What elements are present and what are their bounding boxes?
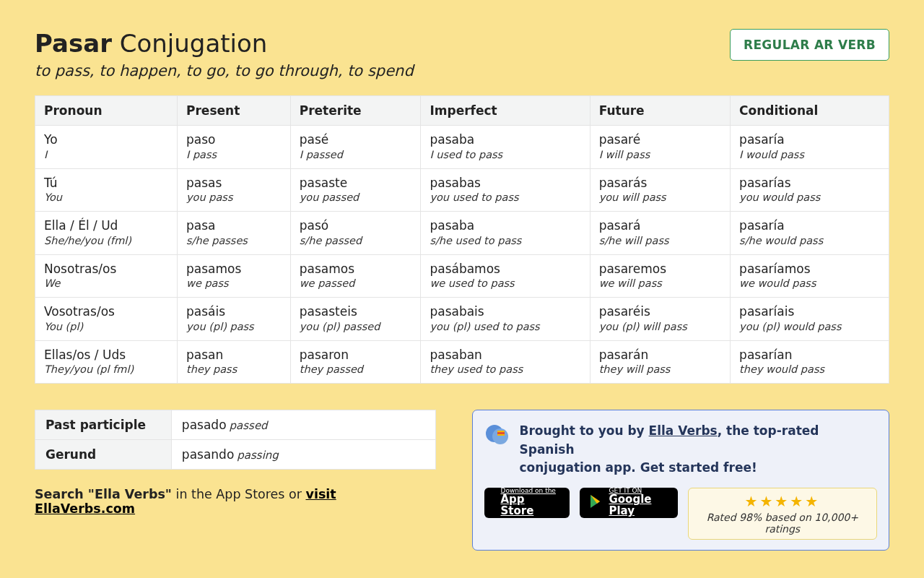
conjugation-cell: pasaréisyou (pl) will pass — [590, 298, 730, 341]
pronoun-cell: TúYou — [35, 168, 178, 212]
table-row: Vosotras/osYou (pl)pasáisyou (pl) passpa… — [35, 298, 889, 341]
conjugation-cell: pasaríaisyou (pl) would pass — [731, 298, 889, 341]
svg-rect-4 — [497, 434, 505, 436]
column-header: Imperfect — [421, 96, 590, 126]
conjugation-cell: pasanthey pass — [178, 340, 291, 384]
ella-verbs-link[interactable]: Ella Verbs — [649, 423, 718, 438]
conjugation-cell: pasarásyou will pass — [590, 168, 730, 212]
table-row: Past participlepasadopassed — [35, 410, 436, 440]
conjugation-cell: pasaránthey will pass — [590, 340, 730, 384]
conjugation-cell: pasasteisyou (pl) passed — [290, 298, 421, 341]
pronoun-cell: Vosotras/osYou (pl) — [35, 298, 178, 341]
conjugation-cell: pasoI pass — [178, 126, 291, 169]
conjugation-cell: pasas/he passes — [178, 212, 291, 255]
table-row: Gerundpasandopassing — [35, 440, 436, 470]
form-value: pasadopassed — [171, 410, 436, 440]
pronoun-cell: Ellas/os / UdsThey/you (pl fml) — [35, 340, 178, 384]
form-label: Past participle — [35, 410, 172, 440]
conjugation-cell: pasabaI used to pass — [421, 126, 590, 169]
conjugation-cell: pasabas/he used to pass — [421, 212, 590, 255]
conjugation-cell: pasaríaI would pass — [731, 126, 889, 169]
column-header: Pronoun — [35, 96, 178, 126]
conjugation-cell: pasabasyou used to pass — [421, 168, 590, 212]
conjugation-cell: pasaríamoswe would pass — [731, 254, 889, 298]
column-header: Conditional — [731, 96, 889, 126]
pronoun-cell: YoI — [35, 126, 178, 169]
conjugation-cell: pasasyou pass — [178, 168, 291, 212]
app-store-button[interactable]: Download on the App Store — [484, 488, 570, 518]
promo-text: Brought to you by Ella Verbs, the top-ra… — [519, 422, 877, 478]
conjugation-cell: paséI passed — [290, 126, 421, 169]
search-hint: Search "Ella Verbs" in the App Stores or… — [35, 487, 436, 516]
table-row: TúYoupasasyou passpasasteyou passedpasab… — [35, 168, 889, 212]
google-play-icon — [590, 494, 603, 512]
column-header: Preterite — [290, 96, 421, 126]
forms-table: Past participlepasadopassedGerundpasando… — [35, 410, 436, 470]
conjugation-cell: pasaríasyou would pass — [731, 168, 889, 212]
conjugation-cell: pasós/he passed — [290, 212, 421, 255]
conjugation-cell: pasaréI will pass — [590, 126, 730, 169]
app-logo-icon — [484, 422, 510, 448]
pronoun-cell: Nosotras/osWe — [35, 254, 178, 298]
page-subtitle: to pass, to happen, to go, to go through… — [35, 62, 414, 79]
table-row: YoIpasoI passpaséI passedpasabaI used to… — [35, 126, 889, 169]
conjugation-cell: pasaronthey passed — [290, 340, 421, 384]
conjugation-cell: pasáisyou (pl) pass — [178, 298, 291, 341]
conjugation-cell: pasabanthey used to pass — [421, 340, 590, 384]
conjugation-cell: pasábamoswe used to pass — [421, 254, 590, 298]
pronoun-cell: Ella / Él / UdShe/he/you (fml) — [35, 212, 178, 255]
table-row: Ellas/os / UdsThey/you (pl fml)pasanthey… — [35, 340, 889, 384]
conjugation-cell: pasarás/he will pass — [590, 212, 730, 255]
rating-box: ★★★★★ Rated 98% based on 10,000+ ratings — [688, 488, 877, 540]
page-title: Pasar Conjugation — [35, 29, 414, 58]
conjugation-cell: pasamoswe pass — [178, 254, 291, 298]
column-header: Present — [178, 96, 291, 126]
conjugation-cell: pasamoswe passed — [290, 254, 421, 298]
table-row: Nosotras/osWepasamoswe passpasamoswe pas… — [35, 254, 889, 298]
conjugation-cell: pasabaisyou (pl) used to pass — [421, 298, 590, 341]
table-row: Ella / Él / UdShe/he/you (fml)pasas/he p… — [35, 212, 889, 255]
google-play-button[interactable]: GET IT ON Google Play — [580, 488, 677, 518]
conjugation-cell: pasaremoswe will pass — [590, 254, 730, 298]
conjugation-cell: pasasteyou passed — [290, 168, 421, 212]
column-header: Future — [590, 96, 730, 126]
form-value: pasandopassing — [171, 440, 436, 470]
promo-box: Brought to you by Ella Verbs, the top-ra… — [472, 410, 889, 551]
conjugation-table: PronounPresentPreteriteImperfectFutureCo… — [35, 95, 889, 384]
stars-icon: ★★★★★ — [702, 493, 863, 510]
conjugation-cell: pasarías/he would pass — [731, 212, 889, 255]
form-label: Gerund — [35, 440, 172, 470]
verb-type-badge: REGULAR AR VERB — [730, 29, 889, 61]
svg-rect-3 — [497, 431, 505, 432]
conjugation-cell: pasaríanthey would pass — [731, 340, 889, 384]
